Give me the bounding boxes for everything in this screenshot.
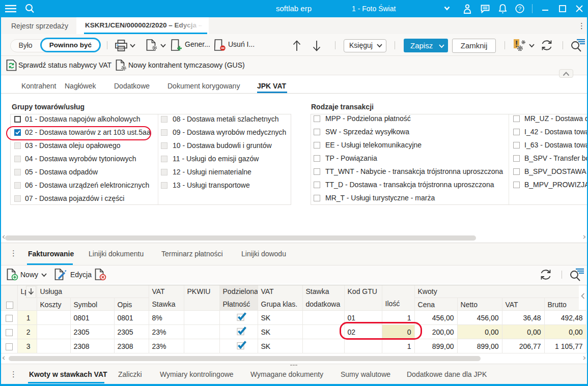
svg-text:?: ? — [518, 6, 521, 12]
